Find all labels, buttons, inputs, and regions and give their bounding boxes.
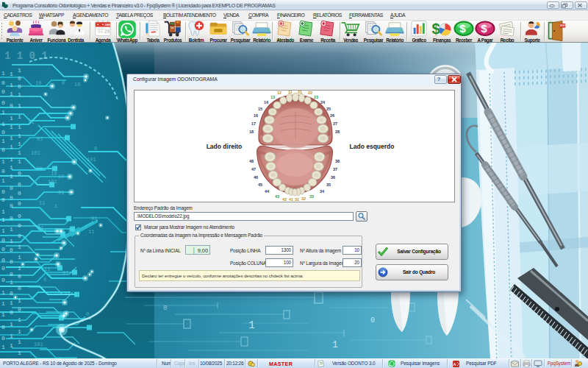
svg-text:0: 0: [1, 99, 5, 106]
svg-text:1: 1: [1, 289, 5, 296]
svg-text:1: 1: [10, 321, 13, 328]
svg-text:34: 34: [320, 189, 325, 194]
svg-text:0: 0: [1, 79, 5, 86]
svg-text:0: 0: [10, 271, 13, 277]
svg-text:1: 1: [1, 158, 5, 165]
svg-text:42: 42: [282, 197, 287, 202]
svg-text:46: 46: [254, 175, 258, 180]
svg-text:33: 33: [309, 194, 314, 199]
svg-text:32: 32: [301, 197, 306, 201]
svg-text:1: 1: [1, 70, 5, 77]
svg-text:1: 1: [1, 300, 5, 307]
svg-text:45: 45: [258, 183, 262, 187]
svg-text:1: 1: [18, 265, 21, 272]
svg-text:1: 1: [18, 141, 21, 147]
svg-text:1: 1: [10, 333, 13, 339]
svg-text:A: A: [453, 362, 456, 367]
svg-text:1: 1: [1, 311, 5, 318]
svg-text:$: $: [459, 22, 466, 35]
svg-text:0: 0: [18, 306, 21, 313]
svg-text:1: 1: [10, 164, 13, 171]
svg-text:0: 0: [1, 146, 5, 153]
svg-text:28: 28: [335, 130, 340, 134]
svg-text:10: 10: [35, 80, 41, 86]
svg-text:1: 1: [10, 156, 13, 163]
svg-text:0: 0: [86, 311, 89, 317]
svg-text:1: 1: [18, 91, 21, 98]
svg-text:0: 0: [10, 290, 13, 297]
svg-text:1: 1: [1, 208, 5, 215]
svg-text:1: 1: [10, 124, 13, 130]
svg-text:11: 11: [37, 225, 43, 231]
svg-text:0: 0: [1, 265, 5, 272]
svg-text:1: 1: [10, 144, 13, 150]
svg-text:1: 1: [18, 102, 21, 109]
svg-text:1: 1: [18, 124, 21, 130]
svg-text:35: 35: [326, 183, 331, 187]
svg-text:0: 0: [1, 324, 5, 330]
svg-text:0: 0: [1, 129, 5, 135]
svg-text:13: 13: [270, 95, 275, 99]
svg-text:1: 1: [332, 339, 338, 350]
svg-text:1: 1: [10, 173, 13, 180]
svg-text:10: 10: [36, 166, 42, 171]
svg-text:25: 25: [326, 107, 331, 111]
svg-text:27: 27: [333, 121, 337, 126]
svg-text:0: 0: [370, 316, 375, 325]
svg-text:1: 1: [18, 316, 21, 323]
svg-text:0: 0: [62, 80, 65, 86]
svg-text:JAN: JAN: [104, 24, 110, 26]
svg-text:0: 0: [10, 215, 13, 222]
svg-text:29: 29: [104, 29, 110, 34]
svg-text:47: 47: [251, 167, 256, 171]
svg-text:$: $: [481, 22, 487, 35]
svg-text:1: 1: [18, 113, 21, 120]
svg-text:11: 11: [28, 119, 34, 125]
svg-text:0: 0: [1, 88, 5, 95]
svg-text:EXIT: EXIT: [560, 24, 567, 27]
svg-text:43: 43: [275, 194, 279, 199]
svg-text:0: 0: [18, 233, 21, 239]
svg-text:01: 01: [91, 216, 97, 222]
svg-text:101: 101: [48, 179, 57, 185]
svg-text:11: 11: [44, 266, 50, 272]
svg-text:10: 10: [58, 174, 64, 180]
svg-text:41: 41: [289, 197, 293, 202]
svg-text:21: 21: [298, 90, 302, 94]
svg-text:38: 38: [335, 159, 340, 163]
svg-text:1: 1: [18, 297, 21, 304]
svg-text:1: 1: [1, 227, 5, 234]
svg-text:1: 1: [54, 203, 57, 209]
svg-text:101: 101: [31, 150, 40, 156]
svg-text:0: 0: [18, 273, 21, 280]
svg-text:1: 1: [10, 342, 13, 349]
svg-text:1: 1: [18, 149, 21, 156]
svg-text:1: 1: [1, 138, 5, 144]
svg-text:101: 101: [34, 342, 43, 347]
svg-text:11: 11: [68, 227, 74, 233]
svg-text:01: 01: [58, 190, 64, 196]
svg-text:0: 0: [1, 188, 5, 195]
svg-text:11: 11: [64, 291, 70, 297]
svg-text:14: 14: [264, 100, 269, 105]
svg-text:12: 12: [277, 91, 282, 95]
svg-text:Lado esquerdo: Lado esquerdo: [350, 143, 395, 150]
svg-text:1: 1: [10, 300, 13, 306]
svg-text:36: 36: [331, 175, 335, 180]
svg-text:1: 1: [18, 350, 21, 356]
svg-text:01: 01: [62, 270, 68, 276]
svg-text:1: 1: [1, 109, 5, 116]
svg-text:1: 1: [18, 67, 21, 74]
svg-text:16: 16: [254, 113, 258, 118]
svg-text:0: 0: [18, 190, 21, 197]
svg-text:0: 0: [18, 75, 21, 82]
svg-text:0: 0: [18, 200, 21, 207]
svg-text:10: 10: [74, 82, 80, 88]
svg-text:1: 1: [10, 71, 13, 77]
svg-text:0: 0: [10, 202, 13, 209]
svg-text:1 1 0 1: 1 1 0 1: [4, 50, 48, 62]
svg-text:11: 11: [39, 200, 45, 206]
svg-text:1: 1: [18, 254, 21, 261]
svg-text:10: 10: [51, 171, 57, 177]
svg-text:17: 17: [251, 121, 256, 126]
